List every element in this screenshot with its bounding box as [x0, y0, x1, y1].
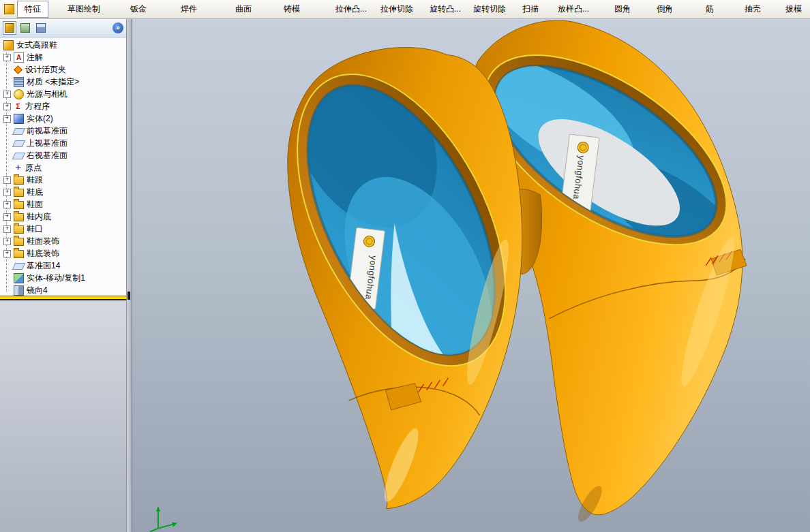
expand-toggle[interactable] — [3, 250, 11, 257]
annotations-icon — [14, 52, 24, 63]
tree-item-front-plane[interactable]: 前视基准面 — [0, 125, 126, 137]
toolbar-item-mold[interactable]: 铸模 — [282, 3, 301, 16]
tree-item-sole-trim-folder[interactable]: 鞋底装饰 — [0, 247, 126, 260]
expand-toggle[interactable] — [3, 54, 11, 61]
toolbar-item-extrude-boss[interactable]: 拉伸凸... — [334, 3, 368, 16]
tree-item-annotations[interactable]: 注解 — [0, 51, 126, 63]
tree-item-design-binder[interactable]: 设计活页夹 — [0, 63, 126, 76]
expand-toggle[interactable] — [3, 189, 11, 196]
top-toolbar: 特征 草图绘制 钣金 焊件 曲面 铸模 拉伸凸... 拉伸切除 旋转凸... 旋… — [0, 0, 810, 19]
collapse-panel-button[interactable]: » — [112, 22, 123, 33]
origin-triad — [150, 506, 177, 532]
toolbar-item-draft[interactable]: 拔模 — [784, 3, 803, 16]
toolbar-item-sketch[interactable]: 草图绘制 — [66, 3, 102, 16]
configurationmanager-tab-icon — [36, 23, 46, 33]
material-icon — [14, 77, 24, 87]
toolbar-item-fillet[interactable]: 圆角 — [613, 3, 632, 16]
tree-item-material[interactable]: 材质 <未指定> — [0, 76, 126, 88]
design-binder-icon — [14, 65, 22, 74]
folder-icon — [14, 189, 24, 197]
graphics-viewport[interactable]: yongfohua — [132, 19, 810, 532]
tree-item-solid-bodies[interactable]: 实体(2) — [0, 112, 126, 125]
tree-item-upper-folder[interactable]: 鞋面 — [0, 198, 126, 210]
tree-item-insole-folder[interactable]: 鞋内底 — [0, 210, 126, 223]
tree-item-top-plane[interactable]: 上视基准面 — [0, 137, 126, 149]
toolbar-item-shell[interactable]: 抽壳 — [743, 3, 762, 16]
toolbar-item-loft[interactable]: 放样凸... — [556, 3, 590, 16]
panel-tab-bar: » — [0, 19, 126, 37]
plane-icon — [12, 153, 25, 159]
expand-toggle[interactable] — [3, 213, 11, 221]
solid-bodies-icon — [14, 114, 24, 124]
tree-item-origin[interactable]: 原点 — [0, 161, 126, 174]
folder-icon — [14, 238, 24, 246]
mirror-icon — [14, 285, 24, 296]
plane-icon — [12, 140, 25, 147]
folder-icon — [14, 201, 24, 209]
toolbar-item-extrude-cut[interactable]: 拉伸切除 — [379, 3, 415, 16]
tree-item-upper-trim-folder[interactable]: 鞋面装饰 — [0, 235, 126, 247]
expand-toggle[interactable] — [3, 201, 11, 208]
tree-item-mirror4[interactable]: 镜向4 — [0, 284, 126, 296]
tree-item-body-move-copy[interactable]: 实体-移动/复制1 — [0, 272, 126, 284]
tree-item-sole-folder[interactable]: 鞋底 — [0, 186, 126, 198]
tree-item-right-plane[interactable]: 右视基准面 — [0, 149, 126, 161]
toolbar-item-rib[interactable]: 筋 — [704, 3, 715, 16]
move-copy-icon — [14, 273, 24, 283]
folder-icon — [14, 176, 24, 185]
plane-icon — [12, 128, 25, 135]
features-icon — [4, 4, 14, 14]
tree-item-collar-folder[interactable]: 鞋口 — [0, 223, 126, 235]
model-canvas[interactable]: yongfohua — [132, 19, 810, 532]
splitter-handle[interactable] — [127, 292, 130, 300]
expand-toggle[interactable] — [3, 176, 11, 184]
expand-toggle[interactable] — [3, 225, 11, 233]
expand-toggle[interactable] — [3, 238, 11, 245]
toolbar-item-revolve-boss[interactable]: 旋转凸... — [428, 3, 462, 16]
panel-splitter[interactable] — [126, 19, 132, 532]
part-icon — [3, 40, 14, 50]
feature-tree: 女式高跟鞋 注解 设计活页夹 材质 <未指定> 光源与相机 方程序 实体(2) … — [0, 37, 126, 295]
toolbar-item-sweep[interactable]: 扫描 — [521, 3, 540, 16]
toolbar-item-weldments[interactable]: 焊件 — [179, 3, 198, 16]
toolbar-item-sheetmetal[interactable]: 钣金 — [129, 3, 148, 16]
toolbar-item-revolve-cut[interactable]: 旋转切除 — [472, 3, 507, 16]
toolbar-item-chamfer[interactable]: 倒角 — [655, 3, 674, 16]
folder-icon — [14, 225, 24, 234]
origin-icon — [14, 163, 22, 172]
folder-icon — [14, 213, 24, 221]
expand-toggle[interactable] — [3, 91, 11, 98]
tree-item-equations[interactable]: 方程序 — [0, 100, 126, 112]
expand-toggle[interactable] — [3, 103, 11, 110]
tab-featuremanager[interactable] — [3, 21, 16, 35]
tree-item-lights-cameras[interactable]: 光源与相机 — [0, 88, 126, 100]
plane-icon — [12, 263, 25, 270]
feature-manager-panel: » 女式高跟鞋 注解 设计活页夹 材质 <未指定> 光源与相机 方程序 实体(2… — [0, 19, 132, 532]
rollback-bar[interactable] — [0, 296, 126, 300]
expand-toggle[interactable] — [3, 115, 11, 123]
solidworks-window: 特征 草图绘制 钣金 焊件 曲面 铸模 拉伸凸... 拉伸切除 旋转凸... 旋… — [0, 0, 810, 532]
equations-icon — [14, 102, 22, 111]
featuremanager-tab-icon — [5, 23, 14, 33]
tree-item-heel-folder[interactable]: 鞋跟 — [0, 174, 126, 186]
toolbar-item-surfaces[interactable]: 曲面 — [234, 3, 253, 16]
folder-icon — [14, 250, 24, 258]
lights-icon — [14, 89, 24, 99]
tree-item-plane14[interactable]: 基准面14 — [0, 260, 126, 272]
propertymanager-tab-icon — [20, 23, 30, 33]
tree-item-root[interactable]: 女式高跟鞋 — [0, 39, 126, 51]
tab-propertymanager[interactable] — [18, 21, 32, 35]
toolbar-item-features[interactable]: 特征 — [17, 1, 48, 18]
panel-empty-area — [0, 300, 126, 532]
tab-configurationmanager[interactable] — [34, 21, 48, 35]
